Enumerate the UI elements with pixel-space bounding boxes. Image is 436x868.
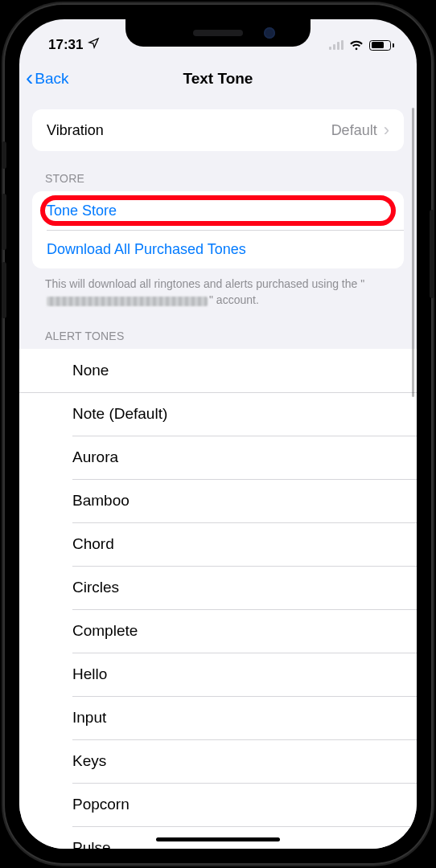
alert-tone-label: Circles [72,579,119,596]
status-icons [329,40,394,51]
alert-tone-label: None [72,362,109,379]
alert-tone-row[interactable]: Popcorn [19,783,417,826]
tone-store-row[interactable]: Tone Store [32,191,404,230]
alert-tones-header: ALERT TONES [19,330,417,349]
alert-tone-label: Bamboo [72,492,130,510]
store-header: STORE [19,172,417,191]
alert-tone-label: Pulse [72,839,111,849]
vibration-label: Vibration [47,122,104,139]
location-icon [88,37,100,53]
alert-tone-row[interactable]: Note (Default) [19,392,417,436]
alert-tone-label: Aurora [72,448,118,466]
volume-down-button [2,262,6,318]
back-button[interactable]: ‹ Back [26,68,69,89]
alert-tone-label: Keys [72,752,106,770]
status-time-area: 17:31 [48,37,100,53]
alert-tone-row[interactable]: None [19,349,417,392]
store-footer: This will download all ringtones and ale… [19,268,417,309]
tone-store-label: Tone Store [47,203,117,219]
alert-tone-label: Complete [72,622,138,640]
page-title: Text Tone [19,70,417,88]
chevron-right-icon: › [384,120,389,141]
alert-tone-label: Note (Default) [72,405,167,423]
battery-icon [369,40,394,51]
phone-frame: 17:31 ‹ Back Text Tone [5,5,431,863]
store-footer-suffix: " account. [209,293,259,306]
alert-tone-row[interactable]: Chord [19,522,417,566]
screen: 17:31 ‹ Back Text Tone [19,19,417,849]
back-label: Back [35,70,68,88]
store-footer-prefix: This will download all ringtones and ale… [45,277,364,290]
account-email-redacted [47,297,208,306]
vibration-row[interactable]: Vibration Default › [32,109,404,151]
vibration-value: Default [331,122,377,139]
chevron-left-icon: ‹ [26,67,33,89]
alert-tone-row[interactable]: Circles [19,566,417,609]
scroll-indicator[interactable] [412,108,414,397]
power-button [430,210,434,298]
content-scroll[interactable]: Vibration Default › STORE Tone Store Dow… [19,100,417,849]
alert-tone-row[interactable]: Input [19,696,417,739]
status-time: 17:31 [48,37,83,53]
alert-tone-label: Hello [72,665,107,683]
alert-tones-group: ALERT TONES None Note (Default) Aurora B… [19,330,417,849]
alert-tone-label: Popcorn [72,796,130,813]
cellular-signal-icon [329,40,343,50]
alert-tone-row[interactable]: Hello [19,653,417,696]
alert-tone-row[interactable]: Bamboo [19,479,417,522]
navigation-bar: ‹ Back Text Tone [19,58,417,100]
mute-switch [2,141,6,169]
store-group: STORE Tone Store Download All Purchased … [19,172,417,309]
notch [125,19,311,47]
vibration-group: Vibration Default › [19,109,417,151]
alert-tone-row[interactable]: Aurora [19,436,417,479]
download-all-label: Download All Purchased Tones [47,241,246,258]
alert-tone-row[interactable]: Keys [19,739,417,783]
front-camera [264,27,275,39]
volume-up-button [2,194,6,250]
speaker-grille [193,30,243,36]
wifi-icon [349,40,364,51]
download-all-row[interactable]: Download All Purchased Tones [32,230,404,268]
home-indicator[interactable] [156,837,280,841]
alert-tone-row[interactable]: Complete [19,609,417,653]
alert-tone-label: Chord [72,535,114,553]
alert-tone-label: Input [72,709,106,727]
